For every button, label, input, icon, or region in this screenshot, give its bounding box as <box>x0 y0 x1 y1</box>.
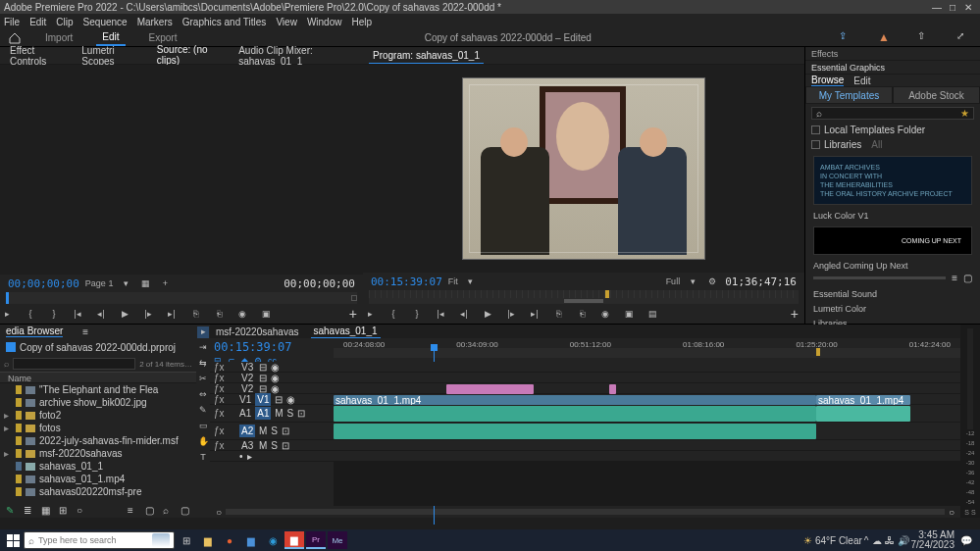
zoom-slider[interactable]: ○ <box>77 505 86 515</box>
project-search-input[interactable] <box>13 358 135 370</box>
taskbar-explorer-icon[interactable]: ▆ <box>198 531 218 549</box>
menu-graphics[interactable]: Graphics and Titles <box>182 17 267 27</box>
menu-sequence[interactable]: Sequence <box>83 17 128 27</box>
task-view-icon[interactable]: ⊞ <box>177 531 196 549</box>
src-step-back-icon[interactable]: ◂| <box>94 307 108 321</box>
prg-safe-margin-icon[interactable]: ▤ <box>645 307 659 321</box>
program-res-dropdown[interactable]: ▾ <box>686 275 699 288</box>
taskbar-premiere-icon[interactable]: Pr <box>306 531 326 549</box>
list-item[interactable]: "The Elephant and the Flea <box>0 383 196 396</box>
close-button[interactable]: ✕ <box>960 2 976 13</box>
pen-tool-icon[interactable]: ✎ <box>197 405 209 417</box>
menu-edit[interactable]: Edit <box>29 17 46 27</box>
video-clip[interactable] <box>609 384 615 394</box>
list-view-icon[interactable]: ≣ <box>24 505 33 515</box>
eg-sort-icon[interactable]: ≡ <box>952 273 957 283</box>
maximize-button[interactable]: □ <box>945 2 960 13</box>
selection-tool-icon[interactable]: ▸ <box>197 326 209 338</box>
program-settings-icon[interactable]: ⚙ <box>705 275 719 288</box>
source-page[interactable]: Page 1 <box>85 278 114 288</box>
new-bin-icon[interactable]: ▢ <box>181 505 190 515</box>
fullscreen-icon[interactable]: ⤢ <box>956 30 972 46</box>
tray-up-icon[interactable]: ^ <box>864 535 869 546</box>
timeline-ruler[interactable]: 00:24:08:00 00:34:09:00 00:51:12:00 01:0… <box>334 338 960 362</box>
prg-out-icon[interactable]: } <box>410 307 424 321</box>
prg-goto-out-icon[interactable]: ▸| <box>528 307 542 321</box>
eg-template-thumb-1[interactable]: AMBAT ARCHIVES IN CONCERT WITH THE MEHER… <box>813 156 972 205</box>
src-comparison-icon[interactable]: ▣ <box>259 307 273 321</box>
icon-view-icon[interactable]: ▦ <box>41 505 51 515</box>
eg-search[interactable]: ⌕ ★ <box>811 107 974 120</box>
eg-favorite-icon[interactable]: ★ <box>960 108 969 119</box>
src-bracket-in-icon[interactable]: { <box>24 307 37 321</box>
write-icon[interactable]: ✎ <box>6 505 16 515</box>
taskbar-weather[interactable]: ☀ 64°F Clear <box>803 535 862 546</box>
menu-view[interactable]: View <box>276 17 297 27</box>
razor-tool-icon[interactable]: ✂ <box>197 374 209 385</box>
list-item[interactable]: 2022-july-sahavas-fin-mider.msf <box>0 434 196 447</box>
prg-comparison-icon[interactable]: ▣ <box>622 307 636 321</box>
list-item[interactable]: sahavas_01_1.mp4 <box>0 473 196 485</box>
type-tool-icon[interactable]: T <box>197 452 209 464</box>
program-scrub-bar[interactable] <box>369 290 799 304</box>
essential-graphics-title[interactable]: Essential Graphics <box>805 61 980 75</box>
taskbar-app2-icon[interactable]: ▆ <box>284 531 304 549</box>
src-step-fwd-icon[interactable]: |▸ <box>141 307 155 321</box>
start-button[interactable] <box>4 531 22 549</box>
audio-clip-a1[interactable] <box>334 406 816 422</box>
video-clip-v1[interactable]: sahavas_01_1.mp4 <box>334 395 816 405</box>
prg-goto-in-icon[interactable]: |◂ <box>434 307 447 321</box>
src-goto-in-icon[interactable]: |◂ <box>71 307 84 321</box>
project-name-header[interactable]: Name <box>0 372 196 383</box>
prg-step-fwd-icon[interactable]: |▸ <box>504 307 518 321</box>
prg-marker-icon[interactable]: ▸ <box>363 307 377 321</box>
tray-volume-icon[interactable]: 🔊 <box>898 535 909 546</box>
src-play-icon[interactable]: ▶ <box>118 307 131 321</box>
track-select-tool-icon[interactable]: ⇥ <box>197 342 209 354</box>
notification-icon[interactable]: 💬 <box>956 531 976 549</box>
timeline-timecode[interactable]: 00:15:39:07 <box>214 340 330 354</box>
prg-extract-icon[interactable]: ⎗ <box>575 307 589 321</box>
list-item[interactable]: ▸msf-20220sahavas <box>0 447 196 460</box>
source-scrub-bar[interactable] <box>6 292 357 304</box>
eg-mytemplates-tab[interactable]: My Templates <box>805 86 893 104</box>
src-export-frame-icon[interactable]: ◉ <box>235 307 249 321</box>
taskbar-mediaencoder-icon[interactable]: Me <box>328 531 347 549</box>
tab-media-browser[interactable]: edia Browser <box>6 326 63 337</box>
prg-export-frame-icon[interactable]: ◉ <box>598 307 612 321</box>
taskbar-search[interactable]: ⌕ <box>24 531 175 549</box>
tab-effects[interactable]: Effects <box>805 47 980 61</box>
tray-network-icon[interactable]: 🖧 <box>885 535 895 546</box>
prg-in-icon[interactable]: { <box>387 307 400 321</box>
auto-match-icon[interactable]: ▢ <box>145 505 155 515</box>
panel-lumetri-color[interactable]: Lumetri Color <box>805 302 980 317</box>
prg-play-icon[interactable]: ▶ <box>481 307 494 321</box>
src-overwrite-icon[interactable]: ⎗ <box>212 307 226 321</box>
menu-file[interactable]: File <box>4 17 20 27</box>
program-tc-in[interactable]: 00:15:39:07 <box>371 276 442 288</box>
tab-program[interactable]: Program: sahavas_01_1 <box>369 48 484 64</box>
taskbar-app-icon[interactable]: ▆ <box>241 531 261 549</box>
eg-edit-tab[interactable]: Edit <box>853 75 870 86</box>
eg-size-slider[interactable] <box>813 276 946 279</box>
prg-lift-icon[interactable]: ⎘ <box>551 307 565 321</box>
track-area[interactable]: sahavas_01_1.mp4 sahavas_01_1.mp4 <box>334 362 960 506</box>
program-viewer[interactable] <box>363 65 804 273</box>
src-mark-in-icon[interactable]: ▸ <box>0 307 14 321</box>
audio-clip-a1-b[interactable] <box>816 406 910 422</box>
program-zoom[interactable]: Fit <box>448 276 458 286</box>
menu-markers[interactable]: Markers <box>137 17 173 27</box>
quick-export-icon[interactable]: ⇪ <box>839 30 854 46</box>
tray-cloud-icon[interactable]: ☁ <box>872 535 882 546</box>
timeline-seq-tab-1[interactable]: msf-20220sahavas <box>216 326 299 337</box>
list-item[interactable]: ▸foto2 <box>0 409 196 422</box>
sort-icon[interactable]: ≡ <box>128 505 137 515</box>
eg-template-thumb-2[interactable]: COMING UP NEXT <box>813 226 972 255</box>
taskbar-firefox-icon[interactable]: ● <box>220 531 239 549</box>
prg-button-editor-icon[interactable]: + <box>791 306 799 322</box>
eg-libraries-check[interactable]: Libraries All <box>805 137 980 152</box>
list-item[interactable]: ▸fotos <box>0 422 196 434</box>
video-clip[interactable] <box>446 384 534 394</box>
timeline-out-point[interactable] <box>816 348 820 356</box>
minimize-button[interactable]: — <box>929 2 945 13</box>
